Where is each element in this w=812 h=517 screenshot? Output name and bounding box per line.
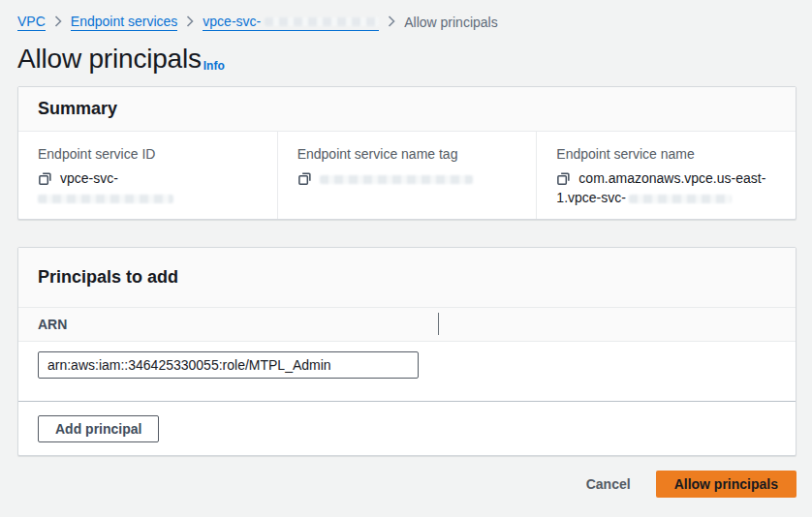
arn-column-header: ARN xyxy=(38,317,67,332)
arn-input[interactable] xyxy=(38,351,419,379)
page-title: Allow principals xyxy=(17,44,202,75)
allow-principals-button[interactable]: Allow principals xyxy=(656,471,796,498)
page-title-row: Allow principals Info xyxy=(17,44,796,75)
principals-card-header: Principals to add xyxy=(18,248,796,308)
summary-field-endpoint-service-name-tag: Endpoint service name tag xyxy=(278,132,538,219)
redacted-text xyxy=(265,17,379,26)
summary-body: Endpoint service ID vpce-svc- Endpoint s… xyxy=(18,132,796,219)
chevron-right-icon xyxy=(54,15,62,30)
summary-field-endpoint-service-name: Endpoint service name com.amazonaws.vpce… xyxy=(537,132,796,219)
summary-card-header: Summary xyxy=(18,87,796,132)
endpoint-service-id-value: vpce-svc- xyxy=(60,170,118,186)
arn-column-header-row: ARN xyxy=(18,308,796,342)
breadcrumb-link-endpoint-service-id[interactable]: vpce-svc- xyxy=(203,14,379,31)
redacted-text xyxy=(629,195,732,203)
breadcrumb-link-endpoint-services[interactable]: Endpoint services xyxy=(71,14,178,31)
field-label: Endpoint service ID xyxy=(38,145,258,163)
field-value xyxy=(297,168,517,188)
copy-icon[interactable] xyxy=(297,171,312,186)
breadcrumb-current: Allow principals xyxy=(404,15,497,30)
copy-icon[interactable] xyxy=(38,171,52,186)
breadcrumb: VPC Endpoint services vpce-svc- Allow pr… xyxy=(17,0,796,31)
redacted-text xyxy=(38,195,173,203)
principals-card: Principals to add ARN Add principal xyxy=(17,247,796,456)
breadcrumb-link-vpc[interactable]: VPC xyxy=(17,14,46,31)
breadcrumb-service-id-prefix: vpce-svc- xyxy=(203,14,261,29)
summary-card: Summary Endpoint service ID vpce-svc- En… xyxy=(17,86,796,220)
field-value: vpce-svc- xyxy=(38,168,258,207)
info-link[interactable]: Info xyxy=(203,57,225,75)
copy-icon[interactable] xyxy=(556,171,571,186)
page: VPC Endpoint services vpce-svc- Allow pr… xyxy=(0,0,812,498)
redacted-text xyxy=(320,175,473,184)
chevron-right-icon xyxy=(186,15,194,30)
field-value: com.amazonaws.vpce.us-east-1.vpce-svc- xyxy=(556,168,776,207)
summary-field-endpoint-service-id: Endpoint service ID vpce-svc- xyxy=(18,132,278,219)
field-label: Endpoint service name xyxy=(556,145,776,163)
cancel-button[interactable]: Cancel xyxy=(586,476,631,492)
arn-input-row xyxy=(18,342,796,402)
footer-actions: Cancel Allow principals xyxy=(17,471,796,498)
add-principal-button[interactable]: Add principal xyxy=(38,415,159,442)
chevron-right-icon xyxy=(388,15,395,30)
column-resize-divider[interactable] xyxy=(438,313,439,335)
add-principal-row: Add principal xyxy=(18,402,796,455)
field-label: Endpoint service name tag xyxy=(297,145,517,163)
